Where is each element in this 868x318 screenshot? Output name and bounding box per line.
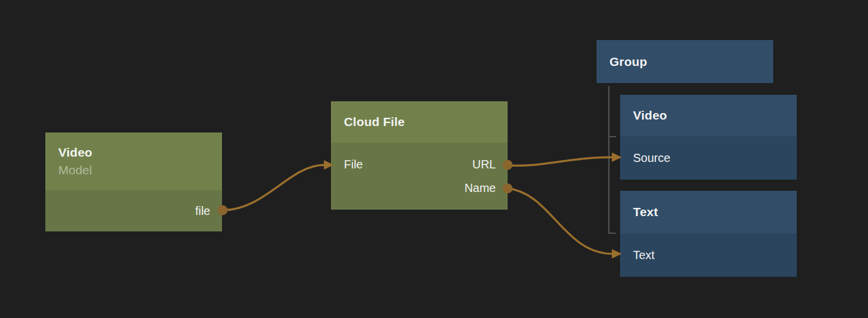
node-video-model-header: Video Model xyxy=(45,132,222,190)
node-group-text[interactable]: Text Text xyxy=(620,191,797,277)
port-label-url-output: URL xyxy=(472,158,496,171)
node-canvas[interactable]: Video Model file Cloud File File URL Nam… xyxy=(0,0,868,318)
port-label-file-input: File xyxy=(344,158,363,171)
node-group-text-header: Text xyxy=(620,191,797,233)
node-title: Text xyxy=(633,203,785,221)
group-tree-line xyxy=(609,86,616,233)
node-title: Cloud File xyxy=(344,113,496,131)
port-label-file-output: file xyxy=(195,204,210,218)
node-group-video-header: Video xyxy=(620,95,797,136)
node-video-model[interactable]: Video Model file xyxy=(45,132,222,231)
node-title: Group xyxy=(609,53,761,71)
edge-name-to-text[interactable] xyxy=(508,188,612,254)
node-cloud-file-body: File URL Name xyxy=(331,143,508,210)
node-subtitle: Model xyxy=(58,161,210,179)
port-label-source-input: Source xyxy=(633,151,670,165)
node-group-video[interactable]: Video Source xyxy=(620,95,797,180)
port-label-text-input: Text xyxy=(633,249,655,262)
node-group-title-bar: Group xyxy=(597,40,773,83)
node-cloud-file-header: Cloud File xyxy=(331,101,508,143)
port-label-name-output: Name xyxy=(465,181,496,195)
node-group-video-body: Source xyxy=(620,136,797,180)
node-group[interactable]: Group xyxy=(597,40,773,83)
node-title: Video xyxy=(58,144,210,161)
node-cloud-file[interactable]: Cloud File File URL Name xyxy=(331,101,508,210)
node-video-model-body: file xyxy=(45,190,222,231)
node-group-text-body: Text xyxy=(620,233,797,277)
edge-file-to-cloudfile[interactable] xyxy=(223,165,324,210)
node-title: Video xyxy=(633,107,785,124)
edge-url-to-source[interactable] xyxy=(508,157,612,165)
